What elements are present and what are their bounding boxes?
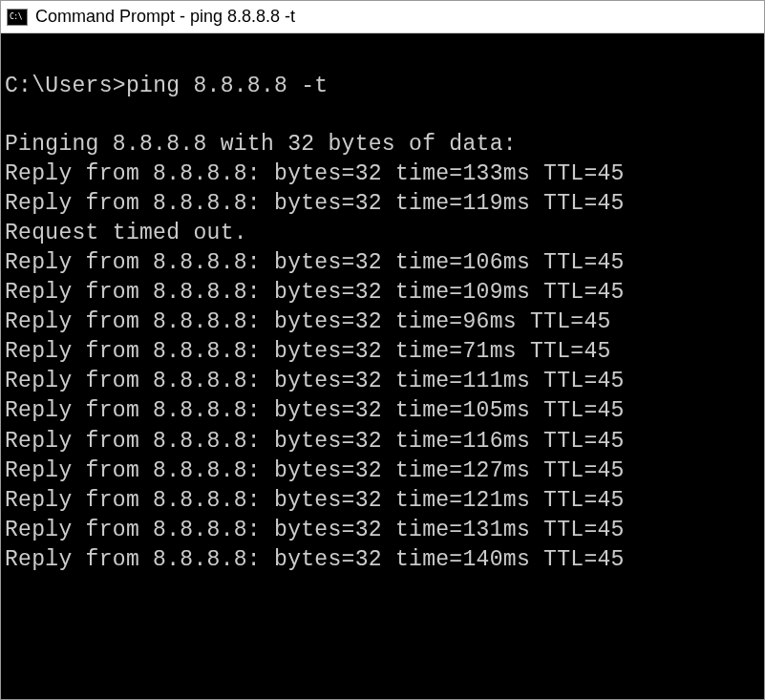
ping-reply-line: Reply from 8.8.8.8: bytes=32 time=140ms … xyxy=(5,545,760,575)
ping-reply-line: Reply from 8.8.8.8: bytes=32 time=109ms … xyxy=(5,278,760,308)
ping-output-lines: Reply from 8.8.8.8: bytes=32 time=133ms … xyxy=(5,159,760,575)
ping-reply-line: Reply from 8.8.8.8: bytes=32 time=121ms … xyxy=(5,486,760,516)
ping-reply-line: Request timed out. xyxy=(5,219,760,248)
ping-reply-line: Reply from 8.8.8.8: bytes=32 time=96ms T… xyxy=(5,308,760,337)
window-title: Command Prompt - ping 8.8.8.8 -t xyxy=(35,7,295,27)
ping-reply-line: Reply from 8.8.8.8: bytes=32 time=131ms … xyxy=(5,516,760,545)
window-titlebar[interactable]: C:\ Command Prompt - ping 8.8.8.8 -t xyxy=(1,1,764,33)
prompt-path: C:\Users> xyxy=(5,74,126,98)
prompt-line: C:\Users>ping 8.8.8.8 -t xyxy=(5,72,760,101)
ping-reply-line: Reply from 8.8.8.8: bytes=32 time=127ms … xyxy=(5,456,760,486)
ping-reply-line: Reply from 8.8.8.8: bytes=32 time=133ms … xyxy=(5,159,760,189)
cmd-icon: C:\ xyxy=(7,9,28,26)
ping-reply-line: Reply from 8.8.8.8: bytes=32 time=71ms T… xyxy=(5,337,760,367)
ping-reply-line: Reply from 8.8.8.8: bytes=32 time=116ms … xyxy=(5,427,760,456)
ping-reply-line: Reply from 8.8.8.8: bytes=32 time=119ms … xyxy=(5,189,760,219)
ping-header: Pinging 8.8.8.8 with 32 bytes of data: xyxy=(5,130,760,159)
ping-reply-line: Reply from 8.8.8.8: bytes=32 time=106ms … xyxy=(5,248,760,278)
cmd-icon-label: C:\ xyxy=(10,13,22,21)
ping-reply-line: Reply from 8.8.8.8: bytes=32 time=105ms … xyxy=(5,396,760,426)
terminal-output[interactable]: C:\Users>ping 8.8.8.8 -tPinging 8.8.8.8 … xyxy=(1,33,764,699)
command-text: ping 8.8.8.8 -t xyxy=(126,74,329,98)
ping-reply-line: Reply from 8.8.8.8: bytes=32 time=111ms … xyxy=(5,367,760,396)
